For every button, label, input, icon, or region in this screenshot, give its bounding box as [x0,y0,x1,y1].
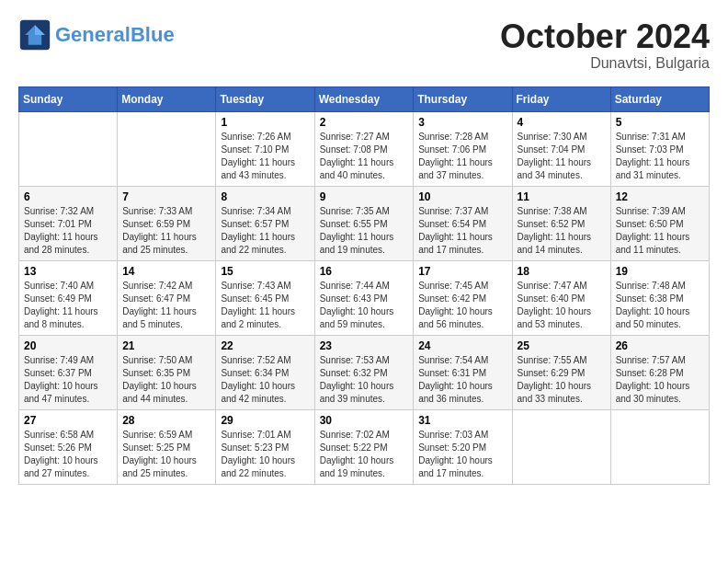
day-number: 19 [616,265,704,278]
day-info: Sunrise: 7:44 AM Sunset: 6:43 PM Dayligh… [320,280,409,331]
day-number: 25 [518,339,606,352]
day-of-week-friday: Friday [512,86,610,111]
day-number: 24 [418,339,506,352]
calendar-cell: 24Sunrise: 7:54 AM Sunset: 6:31 PM Dayli… [414,335,512,409]
day-number: 27 [24,414,112,427]
calendar-cell: 6Sunrise: 7:32 AM Sunset: 7:01 PM Daylig… [19,186,118,260]
logo: GeneralBlue [18,18,175,52]
calendar-cell: 28Sunrise: 6:59 AM Sunset: 5:25 PM Dayli… [118,409,216,484]
calendar-cell: 27Sunrise: 6:58 AM Sunset: 5:26 PM Dayli… [19,409,118,484]
day-number: 14 [122,265,210,278]
title-block: October 2024 Dunavtsi, Bulgaria [500,18,710,72]
day-info: Sunrise: 7:30 AM Sunset: 7:04 PM Dayligh… [518,131,606,182]
calendar-cell: 10Sunrise: 7:37 AM Sunset: 6:54 PM Dayli… [414,186,512,260]
day-of-week-thursday: Thursday [414,86,512,111]
day-number: 26 [616,339,704,352]
calendar-cell: 26Sunrise: 7:57 AM Sunset: 6:28 PM Dayli… [610,335,709,409]
calendar-header: SundayMondayTuesdayWednesdayThursdayFrid… [19,86,710,111]
calendar-week-3: 13Sunrise: 7:40 AM Sunset: 6:49 PM Dayli… [19,260,710,335]
calendar-cell: 9Sunrise: 7:35 AM Sunset: 6:55 PM Daylig… [314,186,414,260]
day-info: Sunrise: 7:54 AM Sunset: 6:31 PM Dayligh… [418,354,506,406]
day-info: Sunrise: 7:50 AM Sunset: 6:35 PM Dayligh… [122,354,210,406]
day-info: Sunrise: 7:34 AM Sunset: 6:57 PM Dayligh… [221,205,309,257]
calendar-cell: 13Sunrise: 7:40 AM Sunset: 6:49 PM Dayli… [19,260,118,335]
day-number: 10 [418,190,506,203]
header-row: SundayMondayTuesdayWednesdayThursdayFrid… [19,86,710,111]
day-number: 12 [616,190,704,203]
day-number: 11 [518,190,606,203]
calendar-cell: 15Sunrise: 7:43 AM Sunset: 6:45 PM Dayli… [216,260,314,335]
calendar-cell: 23Sunrise: 7:53 AM Sunset: 6:32 PM Dayli… [314,335,414,409]
day-info: Sunrise: 7:31 AM Sunset: 7:03 PM Dayligh… [616,131,704,182]
day-info: Sunrise: 7:40 AM Sunset: 6:49 PM Dayligh… [24,280,112,331]
calendar-cell: 7Sunrise: 7:33 AM Sunset: 6:59 PM Daylig… [118,186,216,260]
calendar-table: SundayMondayTuesdayWednesdayThursdayFrid… [18,86,710,485]
day-info: Sunrise: 7:55 AM Sunset: 6:29 PM Dayligh… [518,354,606,406]
day-number: 6 [24,190,112,203]
month-title: October 2024 [500,18,710,55]
day-number: 5 [616,116,704,129]
day-number: 17 [418,265,506,278]
day-info: Sunrise: 7:57 AM Sunset: 6:28 PM Dayligh… [616,354,704,406]
day-info: Sunrise: 7:43 AM Sunset: 6:45 PM Dayligh… [221,280,309,331]
day-of-week-tuesday: Tuesday [216,86,314,111]
calendar-cell: 31Sunrise: 7:03 AM Sunset: 5:20 PM Dayli… [414,409,512,484]
day-info: Sunrise: 7:32 AM Sunset: 7:01 PM Dayligh… [24,205,112,257]
calendar-week-2: 6Sunrise: 7:32 AM Sunset: 7:01 PM Daylig… [19,186,710,260]
day-number: 15 [221,265,309,278]
day-of-week-saturday: Saturday [610,86,709,111]
day-info: Sunrise: 7:45 AM Sunset: 6:42 PM Dayligh… [418,280,506,331]
day-number: 16 [320,265,409,278]
day-number: 23 [320,339,409,352]
calendar-cell: 3Sunrise: 7:28 AM Sunset: 7:06 PM Daylig… [414,111,512,186]
day-number: 2 [320,116,409,129]
day-info: Sunrise: 7:33 AM Sunset: 6:59 PM Dayligh… [122,205,210,257]
day-info: Sunrise: 7:47 AM Sunset: 6:40 PM Dayligh… [518,280,606,331]
calendar-cell: 22Sunrise: 7:52 AM Sunset: 6:34 PM Dayli… [216,335,314,409]
day-info: Sunrise: 7:26 AM Sunset: 7:10 PM Dayligh… [221,131,309,182]
day-info: Sunrise: 7:02 AM Sunset: 5:22 PM Dayligh… [320,429,409,480]
day-info: Sunrise: 7:48 AM Sunset: 6:38 PM Dayligh… [616,280,704,331]
day-number: 3 [418,116,506,129]
day-number: 4 [518,116,606,129]
calendar-cell [610,409,709,484]
subtitle: Dunavtsi, Bulgaria [500,55,710,72]
day-info: Sunrise: 7:39 AM Sunset: 6:50 PM Dayligh… [616,205,704,257]
day-number: 30 [320,414,409,427]
calendar-cell: 1Sunrise: 7:26 AM Sunset: 7:10 PM Daylig… [216,111,314,186]
day-info: Sunrise: 7:53 AM Sunset: 6:32 PM Dayligh… [320,354,409,406]
day-number: 13 [24,265,112,278]
calendar-cell: 29Sunrise: 7:01 AM Sunset: 5:23 PM Dayli… [216,409,314,484]
day-info: Sunrise: 7:49 AM Sunset: 6:37 PM Dayligh… [24,354,112,406]
calendar-cell [512,409,610,484]
logo-blue: Blue [131,23,175,46]
logo-text: GeneralBlue [55,25,175,45]
logo-icon [18,18,51,52]
calendar-cell: 5Sunrise: 7:31 AM Sunset: 7:03 PM Daylig… [610,111,709,186]
calendar-cell [19,111,118,186]
logo-general: General [55,23,131,46]
calendar-cell: 12Sunrise: 7:39 AM Sunset: 6:50 PM Dayli… [610,186,709,260]
calendar-week-5: 27Sunrise: 6:58 AM Sunset: 5:26 PM Dayli… [19,409,710,484]
page-header: GeneralBlue October 2024 Dunavtsi, Bulga… [18,18,710,72]
calendar-week-1: 1Sunrise: 7:26 AM Sunset: 7:10 PM Daylig… [19,111,710,186]
day-info: Sunrise: 7:42 AM Sunset: 6:47 PM Dayligh… [122,280,210,331]
day-number: 7 [122,190,210,203]
day-number: 18 [518,265,606,278]
calendar-cell: 11Sunrise: 7:38 AM Sunset: 6:52 PM Dayli… [512,186,610,260]
calendar-cell: 20Sunrise: 7:49 AM Sunset: 6:37 PM Dayli… [19,335,118,409]
day-of-week-monday: Monday [118,86,216,111]
calendar-cell: 2Sunrise: 7:27 AM Sunset: 7:08 PM Daylig… [314,111,414,186]
day-number: 22 [221,339,309,352]
day-info: Sunrise: 7:28 AM Sunset: 7:06 PM Dayligh… [418,131,506,182]
calendar-body: 1Sunrise: 7:26 AM Sunset: 7:10 PM Daylig… [19,111,710,484]
calendar-cell [118,111,216,186]
day-of-week-wednesday: Wednesday [314,86,414,111]
calendar-cell: 18Sunrise: 7:47 AM Sunset: 6:40 PM Dayli… [512,260,610,335]
calendar-cell: 30Sunrise: 7:02 AM Sunset: 5:22 PM Dayli… [314,409,414,484]
day-info: Sunrise: 7:03 AM Sunset: 5:20 PM Dayligh… [418,429,506,480]
day-number: 9 [320,190,409,203]
day-number: 1 [221,116,309,129]
day-number: 20 [24,339,112,352]
day-of-week-sunday: Sunday [19,86,118,111]
